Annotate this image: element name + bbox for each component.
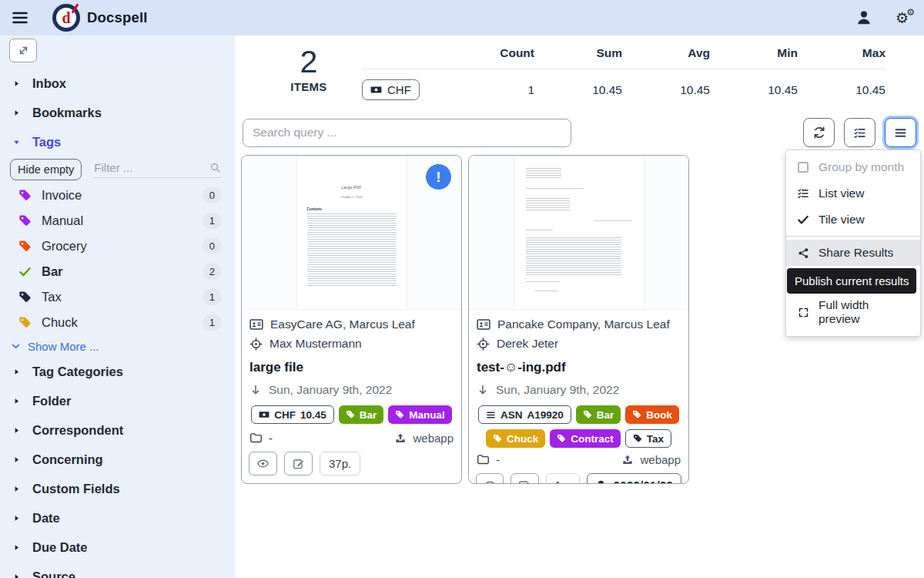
stat-max: 10.45	[798, 83, 886, 97]
sidebar-item-source[interactable]: Source	[0, 562, 235, 578]
items-count-label: ITEMS	[281, 80, 336, 93]
stat-min: 10.45	[710, 83, 798, 97]
correspondent-row: EasyCare AG, Marcus Leaf	[249, 318, 454, 331]
item-badges: CHF 10.45 Bar Manual	[249, 405, 454, 424]
tag-icon	[395, 410, 404, 419]
sidebar-item-tag-categories[interactable]: Tag Categories	[0, 357, 235, 386]
preview-doc-heading: Contents	[307, 207, 397, 211]
menu-item-group-by-month[interactable]: Group by month	[786, 154, 920, 180]
stat-avg: 10.45	[622, 83, 710, 97]
hide-empty-button[interactable]: Hide empty	[10, 159, 82, 180]
menu-item-share-results[interactable]: Share Results	[786, 240, 920, 266]
col-sum: Sum	[534, 46, 622, 60]
page-count-badge: 37p.	[320, 452, 360, 476]
sidebar-item-custom-fields[interactable]: Custom Fields	[0, 474, 235, 503]
tag-row-manual[interactable]: Manual 1	[0, 208, 235, 234]
caret-down-icon	[12, 138, 21, 146]
preview-button[interactable]	[476, 473, 504, 484]
edit-button[interactable]	[511, 473, 538, 484]
stats-table-row: CHF 1 10.45 10.45 10.45 10.45	[362, 69, 886, 100]
tag-icon	[18, 240, 32, 253]
upload-icon	[394, 432, 407, 445]
item-badges-row1: ASN A19920 Bar Book	[477, 405, 681, 424]
tag-row-chuck[interactable]: Chuck 1	[0, 310, 235, 335]
sidebar-item-concerning[interactable]: Concerning	[0, 445, 235, 474]
folder-source-row: - webapp	[469, 453, 688, 466]
sidebar-item-tags[interactable]: Tags	[0, 127, 235, 156]
edit-icon	[293, 458, 305, 470]
show-more-link[interactable]: Show More ...	[0, 335, 235, 357]
tag-badge-tax[interactable]: Tax	[625, 429, 671, 448]
folder-icon	[477, 453, 490, 466]
tag-badge-manual[interactable]: Manual	[388, 405, 452, 424]
page-count-badge: 1p.	[546, 473, 581, 484]
sidebar: Inbox Bookmarks Tags Hide empty Invoice …	[0, 35, 235, 578]
docspell-logo[interactable]: d	[52, 4, 80, 32]
tag-badge-bar[interactable]: Bar	[339, 405, 384, 424]
search-icon	[209, 162, 221, 173]
caret-right-icon	[12, 455, 21, 464]
tag-row-tax[interactable]: Tax 1	[0, 284, 235, 310]
tag-row-grocery[interactable]: Grocery 0	[0, 234, 235, 259]
item-badges-row2: Chuck Contract Tax	[477, 429, 681, 448]
tag-badge-bar[interactable]: Bar	[576, 405, 621, 424]
tag-badge-chuck[interactable]: Chuck	[486, 429, 545, 448]
view-menu-button[interactable]	[885, 118, 916, 147]
amount-badge: CHF 10.45	[251, 405, 334, 424]
check-icon	[18, 265, 32, 278]
sidebar-item-due-date[interactable]: Due Date	[0, 533, 235, 562]
col-count: Count	[447, 46, 534, 60]
crosshair-icon	[249, 338, 263, 351]
tag-icon	[583, 410, 592, 419]
menu-item-full-width-preview[interactable]: Full width preview	[786, 292, 920, 332]
search-input[interactable]	[243, 119, 571, 147]
sidebar-collapse-button[interactable]	[9, 39, 37, 62]
sidebar-item-inbox[interactable]: Inbox	[0, 69, 235, 98]
caret-right-icon	[12, 573, 21, 578]
tag-badge-contract[interactable]: Contract	[550, 429, 621, 448]
sidebar-item-correspondent[interactable]: Correspondent	[0, 415, 235, 445]
tag-badge-book[interactable]: Book	[625, 405, 679, 424]
tag-row-bar[interactable]: Bar 2	[0, 259, 235, 284]
selection-mode-button[interactable]	[844, 118, 875, 147]
search-actions	[803, 118, 916, 147]
item-card-large-file[interactable]: Large PDF October 1, 2020 Contents ! Eas…	[241, 155, 462, 484]
bell-icon	[595, 479, 607, 484]
expand-arrows-icon	[16, 43, 31, 58]
sync-icon	[812, 126, 826, 139]
menu-item-tile-view[interactable]: Tile view	[786, 207, 920, 233]
item-card-test-ing[interactable]: Pancake Company, Marcus Leaf Derek Jeter…	[468, 155, 689, 484]
currency-badge: CHF	[362, 79, 420, 100]
settings-gears-icon[interactable]: ⚙⚙	[896, 11, 909, 25]
checkbox-icon	[798, 162, 808, 173]
caret-right-icon	[12, 79, 21, 88]
user-icon[interactable]	[855, 9, 872, 26]
arrow-down-icon	[477, 384, 489, 396]
sidebar-item-folder[interactable]: Folder	[0, 386, 235, 415]
preview-button[interactable]	[249, 452, 277, 476]
exclamation-circle-icon: !	[426, 164, 451, 190]
tag-icon	[18, 291, 32, 304]
caret-right-icon	[12, 397, 21, 405]
stats-table-header: Count Sum Avg Min Max	[362, 46, 886, 69]
top-navbar: d Docspell ⚙⚙	[0, 0, 924, 35]
item-title[interactable]: large file	[249, 360, 454, 375]
eye-icon	[256, 457, 270, 470]
sidebar-item-date[interactable]: Date	[0, 503, 235, 533]
refresh-button[interactable]	[803, 118, 835, 147]
sidebar-item-bookmarks[interactable]: Bookmarks	[0, 98, 235, 127]
tag-filter-input[interactable]	[94, 161, 209, 174]
expand-icon	[796, 307, 810, 318]
folder-value: -	[496, 453, 500, 466]
hamburger-menu-icon[interactable]	[11, 8, 29, 27]
caret-right-icon	[12, 368, 21, 376]
menu-item-list-view[interactable]: List view	[786, 180, 920, 207]
money-icon	[370, 84, 382, 96]
tag-row-invoice[interactable]: Invoice 0	[0, 183, 235, 208]
edit-button[interactable]	[284, 452, 313, 476]
edit-icon	[518, 479, 531, 485]
tag-icon	[633, 434, 642, 443]
item-title[interactable]: test-☺-ing.pdf	[477, 360, 681, 375]
col-avg: Avg	[622, 46, 710, 60]
tag-count-badge: 0	[203, 187, 222, 203]
